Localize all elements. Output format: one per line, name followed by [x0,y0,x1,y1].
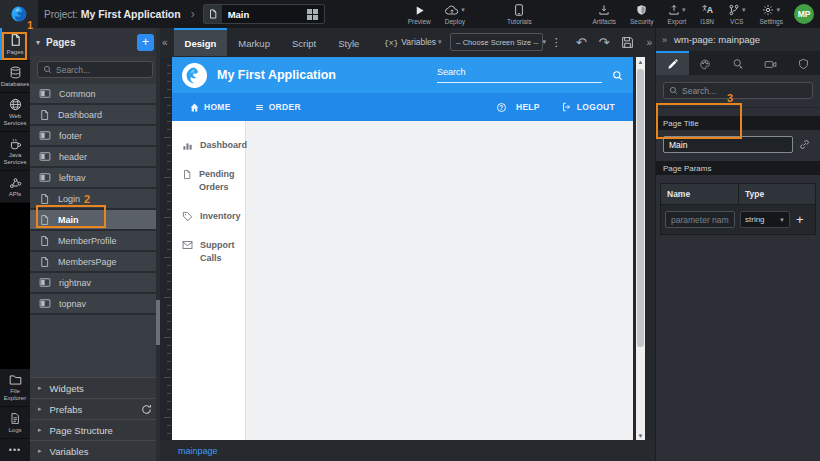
page-list-item[interactable]: rightnav [30,273,160,294]
panel-section-variables[interactable]: ▸Variables [30,440,160,461]
chevron-down-icon: ▾ [682,6,686,14]
add-param-button[interactable]: + [796,212,804,227]
page-list-item[interactable]: topnav [30,294,160,315]
rail-item-logs[interactable]: Logs [0,407,30,439]
page-list-item[interactable]: Login [30,189,160,210]
properties-search-input[interactable] [682,86,807,96]
variables-dropdown[interactable]: {x} Variables ▾ [384,37,442,47]
rail-item-apis[interactable]: APIs [0,171,30,203]
export-button[interactable]: ▾ Export [660,0,693,28]
app-logo-icon [182,63,207,88]
nav-item-home[interactable]: HOME [190,102,231,112]
nav-item-order[interactable]: ORDER [255,102,301,112]
collapse-triangle-icon[interactable]: ▾ [36,38,40,47]
param-name-input[interactable] [665,211,735,228]
bind-link-icon[interactable] [799,139,810,150]
partial-icon [39,88,51,99]
page-list-item[interactable]: Dashboard [30,105,160,126]
variables-icon: {x} [384,38,398,47]
properties-search[interactable] [663,82,813,99]
tab-inspect[interactable] [722,51,755,75]
scroll-up-icon: ▲ [636,57,645,66]
page-list-item[interactable]: footer [30,126,160,147]
design-canvas-wrap: My First Application Search HOME [160,56,655,440]
page-title-section-label: Page Title [656,116,820,130]
preview-app-title: My First Application [217,68,437,82]
pencil-icon [667,59,678,70]
preview-nav-dashboard[interactable]: Dashboard [172,131,245,160]
rail-item-java-services[interactable]: Java Services [0,132,30,171]
collapse-left-panel-icon[interactable]: « [160,37,174,48]
collapse-panel-icon[interactable]: » [662,35,667,45]
partial-icon [39,130,51,141]
tab-events[interactable] [754,51,787,75]
user-avatar[interactable]: MP [794,4,814,24]
coffee-icon [9,137,22,150]
nav-item-help[interactable]: ? HELP [497,102,540,112]
redo-button[interactable]: ↷ [593,35,616,50]
preview-app-header[interactable]: My First Application Search [172,57,633,93]
partial-icon [39,277,51,288]
tab-script[interactable]: Script [281,28,327,56]
deploy-button[interactable]: ▾ Deploy [438,0,472,28]
folder-icon [9,374,22,386]
page-selector[interactable]: Main [203,4,325,24]
nav-item-logout[interactable]: LOGOUT [562,102,615,112]
scrollbar-thumb [637,69,644,347]
tab-style[interactable]: Style [327,28,370,56]
more-options-button[interactable]: ⋮ [543,36,570,49]
rail-item-pages[interactable]: Pages [0,28,30,61]
preview-nav-support-calls[interactable]: Support Calls [172,231,245,273]
page-list-item[interactable]: Common [30,84,160,105]
preview-search-field[interactable]: Search [437,67,602,83]
save-button[interactable] [615,36,640,49]
tab-design[interactable]: Design [174,28,228,56]
vcs-button[interactable]: ▾ VCS [721,0,753,28]
panel-section-prefabs[interactable]: ▸Prefabs [30,398,160,419]
tab-security[interactable] [787,51,820,75]
rail-item-web-services[interactable]: Web Services [0,93,30,132]
search-icon[interactable] [612,70,623,81]
bar-chart-icon [182,140,193,151]
i18n-button[interactable]: A I18N [693,0,721,28]
param-type-select[interactable]: string▼ [740,211,790,228]
play-icon [414,4,425,17]
page-list-item[interactable]: Main [30,210,160,231]
tab-styles[interactable] [689,51,722,75]
preview-button[interactable]: Preview [401,0,438,28]
rail-item-file-explorer[interactable]: File Explorer [0,369,30,407]
page-list-item[interactable]: MemberProfile [30,231,160,252]
undo-button[interactable]: ↶ [570,35,593,50]
preview-nav-pending-orders[interactable]: Pending Orders [172,160,245,202]
preview-nav-inventory[interactable]: Inventory [172,202,245,231]
rail-overflow-button[interactable]: ••• [0,439,30,461]
screen-size-select[interactable]: -- Choose Screen Size --▼ [450,33,543,51]
pages-panel: ▾ Pages + CommonDashboardfooterheaderlef… [30,28,160,461]
pages-search-input[interactable] [56,65,147,75]
add-page-button[interactable]: + [137,34,154,51]
artifacts-button[interactable]: Artifacts [585,0,622,28]
preview-left-nav: DashboardPending OrdersInventorySupport … [172,121,246,440]
page-title-input[interactable] [663,136,793,153]
refresh-icon[interactable] [141,404,152,415]
collapse-right-panel-icon[interactable]: » [640,37,655,48]
tab-markup[interactable]: Markup [227,28,281,56]
open-page-tab-mainpage[interactable]: mainpage [178,446,218,456]
wavemaker-logo[interactable] [0,0,38,28]
pages-search[interactable] [37,61,153,78]
panel-section-page-structure[interactable]: ▸Page Structure [30,419,160,440]
design-canvas[interactable]: My First Application Search HOME [172,57,633,440]
page-list-item[interactable]: leftnav [30,168,160,189]
rail-item-databases[interactable]: Databases [0,61,30,93]
tab-properties[interactable] [656,51,689,75]
tutorials-button[interactable]: Tutorials [500,0,539,28]
page-list-item[interactable]: header [30,147,160,168]
settings-button[interactable]: ▾ Settings [753,0,791,28]
page-grid-icon[interactable] [307,9,318,20]
chevron-down-icon: ▾ [461,6,465,14]
canvas-scrollbar[interactable]: ▲ ▼ [636,57,645,440]
preview-content-area[interactable] [246,121,633,440]
page-list-item[interactable]: MembersPage [30,252,160,273]
security-button[interactable]: Security [623,0,660,28]
panel-section-widgets[interactable]: ▸Widgets [30,377,160,398]
